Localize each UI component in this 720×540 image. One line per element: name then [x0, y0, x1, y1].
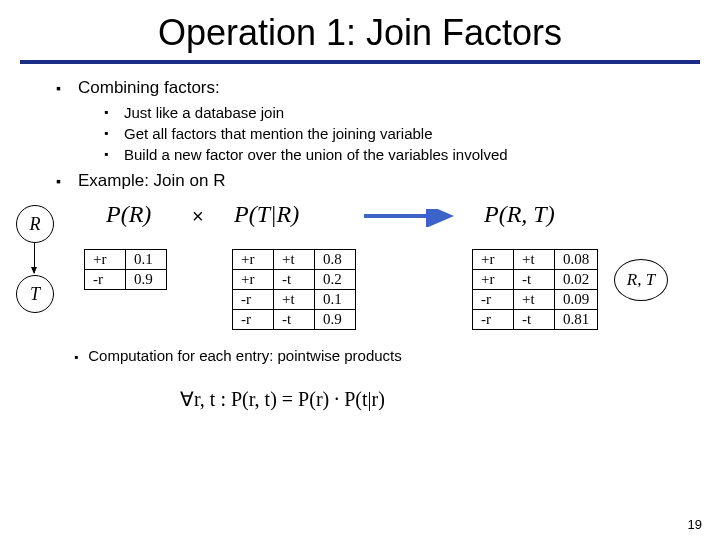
- cell: 0.08: [555, 250, 598, 270]
- node-T: T: [16, 275, 54, 313]
- computation-note: Computation for each entry: pointwise pr…: [74, 347, 402, 364]
- cell: -r: [473, 290, 514, 310]
- page-number: 19: [688, 517, 702, 532]
- cell: +r: [233, 270, 274, 290]
- sub-bullet-list: Just like a database join Get all factor…: [104, 104, 680, 163]
- table-row: +r-t0.02: [473, 270, 598, 290]
- cell: -t: [514, 310, 555, 330]
- cell: 0.1: [315, 290, 356, 310]
- table-row: +r+t0.8: [233, 250, 356, 270]
- table-row: -r+t0.1: [233, 290, 356, 310]
- table-row: -r+t0.09: [473, 290, 598, 310]
- bullet-combining: Combining factors: Just like a database …: [56, 78, 680, 163]
- table-row: -r-t0.9: [233, 310, 356, 330]
- table-row: +r0.1: [85, 250, 167, 270]
- cell: -t: [514, 270, 555, 290]
- sub-bullet-2: Get all factors that mention the joining…: [104, 125, 680, 142]
- eq-PRT: P(R, T): [484, 201, 555, 228]
- cell: 0.8: [315, 250, 356, 270]
- cell: -t: [274, 310, 315, 330]
- cell: +t: [274, 290, 315, 310]
- eq-PR: P(R): [106, 201, 151, 228]
- bullet-example: Example: Join on R: [56, 171, 680, 191]
- eq-PTR: P(T|R): [234, 201, 299, 228]
- arrow-icon: [364, 209, 460, 227]
- example-area: R T P(R) × P(T|R) P(R, T) +r0.1 -r0.9 +r…: [0, 201, 720, 451]
- cell: +r: [233, 250, 274, 270]
- table-PRT: +r+t0.08 +r-t0.02 -r+t0.09 -r-t0.81: [472, 249, 598, 330]
- title-underline: [20, 60, 700, 64]
- cell: 0.09: [555, 290, 598, 310]
- cell: 0.9: [126, 270, 167, 290]
- cell: +t: [274, 250, 315, 270]
- equation-row: P(R) × P(T|R) P(R, T): [84, 201, 720, 243]
- table-row: -r-t0.81: [473, 310, 598, 330]
- cell: -r: [233, 310, 274, 330]
- node-RT: R, T: [614, 259, 668, 301]
- table-PTR: +r+t0.8 +r-t0.2 -r+t0.1 -r-t0.9: [232, 249, 356, 330]
- cell: 0.9: [315, 310, 356, 330]
- times-icon: ×: [192, 205, 204, 228]
- cell: +t: [514, 290, 555, 310]
- table-row: +r+t0.08: [473, 250, 598, 270]
- sub-bullet-3: Build a new factor over the union of the…: [104, 146, 680, 163]
- cell: +r: [473, 270, 514, 290]
- cell: +r: [473, 250, 514, 270]
- cell: 0.2: [315, 270, 356, 290]
- bullet-list: Combining factors: Just like a database …: [56, 78, 680, 191]
- cell: 0.1: [126, 250, 167, 270]
- table-PR: +r0.1 -r0.9: [84, 249, 167, 290]
- cell: -r: [233, 290, 274, 310]
- cell: -r: [85, 270, 126, 290]
- node-R: R: [16, 205, 54, 243]
- cell: -r: [473, 310, 514, 330]
- edge-R-T: [34, 243, 35, 273]
- sub-bullet-1: Just like a database join: [104, 104, 680, 121]
- table-row: +r-t0.2: [233, 270, 356, 290]
- cell: +r: [85, 250, 126, 270]
- body-area: Combining factors: Just like a database …: [0, 78, 720, 191]
- table-row: -r0.9: [85, 270, 167, 290]
- cell: -t: [274, 270, 315, 290]
- formula: ∀r, t : P(r, t) = P(r) · P(t|r): [180, 387, 385, 411]
- slide-title: Operation 1: Join Factors: [0, 12, 720, 54]
- bullet-combining-text: Combining factors:: [78, 78, 220, 97]
- cell: 0.81: [555, 310, 598, 330]
- cell: +t: [514, 250, 555, 270]
- cell: 0.02: [555, 270, 598, 290]
